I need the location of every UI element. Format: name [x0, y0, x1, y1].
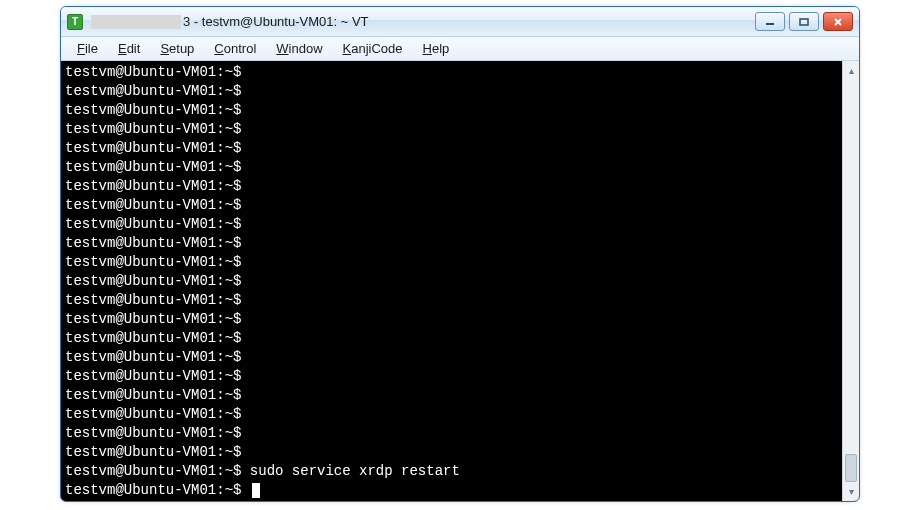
terminal-line: testvm@Ubuntu-VM01:~$: [65, 234, 838, 253]
menubar: FileEditSetupControlWindowKanjiCodeHelp: [61, 37, 859, 61]
chevron-down-icon: ▾: [849, 486, 854, 497]
menu-item-help[interactable]: Help: [413, 39, 460, 58]
maximize-button[interactable]: [789, 12, 819, 31]
terminal-line: testvm@Ubuntu-VM01:~$: [65, 424, 838, 443]
menu-mnemonic: H: [423, 41, 432, 56]
menu-item-edit[interactable]: Edit: [108, 39, 150, 58]
terminal-line: testvm@Ubuntu-VM01:~$: [65, 443, 838, 462]
terminal-line: testvm@Ubuntu-VM01:~$: [65, 405, 838, 424]
menu-label-rest: elp: [432, 41, 449, 56]
titlebar[interactable]: T 3 - testvm@Ubuntu-VM01: ~ VT: [61, 7, 859, 37]
app-icon: T: [67, 14, 83, 30]
close-icon: [833, 18, 843, 26]
scrollbar-track[interactable]: [843, 78, 859, 484]
terminal-line: testvm@Ubuntu-VM01:~$: [65, 386, 838, 405]
terminal-command-line: testvm@Ubuntu-VM01:~$ sudo service xrdp …: [65, 462, 838, 481]
terminal-line: testvm@Ubuntu-VM01:~$: [65, 367, 838, 386]
terminal-line: testvm@Ubuntu-VM01:~$: [65, 253, 838, 272]
terminal-cursor: [252, 483, 260, 498]
menu-label-rest: ontrol: [224, 41, 257, 56]
terminal-line: testvm@Ubuntu-VM01:~$: [65, 329, 838, 348]
menu-mnemonic: C: [214, 41, 223, 56]
menu-label-rest: anjiCode: [351, 41, 402, 56]
minimize-button[interactable]: [755, 12, 785, 31]
svg-rect-1: [800, 19, 808, 25]
terminal-line: testvm@Ubuntu-VM01:~$: [65, 139, 838, 158]
terminal-area: testvm@Ubuntu-VM01:~$ testvm@Ubuntu-VM01…: [61, 61, 859, 501]
terminal-line: testvm@Ubuntu-VM01:~$: [65, 101, 838, 120]
terminal-line: testvm@Ubuntu-VM01:~$: [65, 348, 838, 367]
menu-label-rest: dit: [127, 41, 141, 56]
minimize-icon: [765, 18, 775, 26]
terminal[interactable]: testvm@Ubuntu-VM01:~$ testvm@Ubuntu-VM01…: [61, 61, 842, 501]
maximize-icon: [799, 18, 809, 26]
menu-mnemonic: K: [343, 41, 352, 56]
menu-item-file[interactable]: File: [67, 39, 108, 58]
menu-mnemonic: W: [276, 41, 288, 56]
menu-label-rest: ile: [85, 41, 98, 56]
menu-mnemonic: F: [77, 41, 85, 56]
svg-rect-0: [766, 23, 774, 25]
menu-item-setup[interactable]: Setup: [150, 39, 204, 58]
menu-item-window[interactable]: Window: [266, 39, 332, 58]
terminal-line: testvm@Ubuntu-VM01:~$: [65, 177, 838, 196]
window-controls: [755, 12, 853, 31]
terminal-line: testvm@Ubuntu-VM01:~$: [65, 310, 838, 329]
app-window: T 3 - testvm@Ubuntu-VM01: ~ VT FileEditS…: [60, 6, 860, 502]
scrollbar-thumb[interactable]: [845, 454, 857, 482]
scroll-up-button[interactable]: ▴: [844, 63, 859, 78]
terminal-line: testvm@Ubuntu-VM01:~$: [65, 215, 838, 234]
chevron-up-icon: ▴: [849, 65, 854, 76]
terminal-line: testvm@Ubuntu-VM01:~$: [65, 196, 838, 215]
menu-item-control[interactable]: Control: [204, 39, 266, 58]
close-button[interactable]: [823, 12, 853, 31]
scroll-down-button[interactable]: ▾: [844, 484, 859, 499]
redacted-block: [91, 15, 181, 29]
terminal-line: testvm@Ubuntu-VM01:~$: [65, 158, 838, 177]
terminal-line: testvm@Ubuntu-VM01:~$: [65, 291, 838, 310]
terminal-current-line[interactable]: testvm@Ubuntu-VM01:~$: [65, 481, 838, 500]
scrollbar[interactable]: ▴ ▾: [842, 61, 859, 501]
menu-mnemonic: E: [118, 41, 127, 56]
menu-item-kanjicode[interactable]: KanjiCode: [333, 39, 413, 58]
terminal-line: testvm@Ubuntu-VM01:~$: [65, 272, 838, 291]
terminal-line: testvm@Ubuntu-VM01:~$: [65, 82, 838, 101]
terminal-line: testvm@Ubuntu-VM01:~$: [65, 120, 838, 139]
terminal-line: testvm@Ubuntu-VM01:~$: [65, 63, 838, 82]
menu-label-rest: etup: [169, 41, 194, 56]
menu-mnemonic: S: [160, 41, 169, 56]
window-title: 3 - testvm@Ubuntu-VM01: ~ VT: [89, 14, 755, 30]
menu-label-rest: indow: [289, 41, 323, 56]
